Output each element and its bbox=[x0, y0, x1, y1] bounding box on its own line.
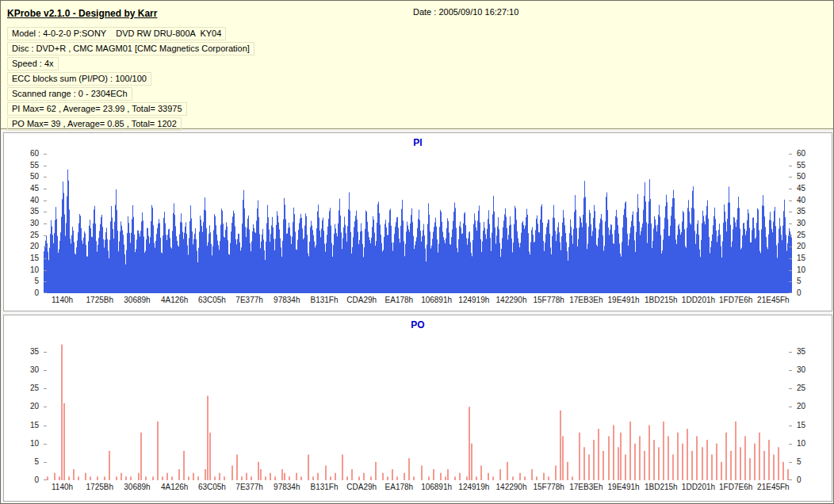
po-y-axis-label: 20 bbox=[17, 402, 39, 411]
pi-y-axis-label: 10 bbox=[17, 265, 39, 275]
po-y-axis-label: 20 bbox=[797, 402, 805, 411]
pi-y-axis-label: 45 bbox=[17, 184, 39, 193]
info-line-0: Model : 4-0-2-0 P:SONY DVD RW DRU-800A K… bbox=[7, 27, 226, 40]
pi-y-axis-label: 40 bbox=[17, 196, 39, 205]
pi-y-axis-label: 40 bbox=[797, 196, 805, 205]
po-y-axis-label: 10 bbox=[797, 439, 805, 449]
info-line-5: PI Max= 62 , Average= 23.99 , Total= 339… bbox=[7, 102, 187, 116]
pi-y-axis-label: 35 bbox=[797, 207, 805, 216]
pi-y-axis-label: 20 bbox=[797, 242, 805, 251]
po-y-axis-label: 35 bbox=[797, 347, 805, 357]
pi-y-axis-label: 15 bbox=[17, 254, 39, 263]
po-y-axis-label: 5 bbox=[797, 457, 801, 467]
po-y-axis-label: 5 bbox=[17, 457, 39, 467]
po-chart-canvas bbox=[44, 341, 792, 480]
info-line-1: Disc : DVD+R , CMC MAGM01 [CMC Magnetics… bbox=[7, 42, 254, 55]
po-chart-title: PO bbox=[4, 319, 832, 330]
pi-chart-canvas bbox=[44, 154, 792, 293]
pi-y-axis-label: 50 bbox=[797, 172, 805, 181]
pi-y-axis-label: 5 bbox=[797, 277, 801, 286]
po-y-axis-label: 25 bbox=[17, 384, 39, 393]
pi-y-axis-label: 25 bbox=[17, 231, 39, 240]
pi-x-axis-label: 21E45Fh bbox=[748, 296, 798, 305]
pi-y-axis-label: 55 bbox=[17, 161, 39, 170]
scan-info-header: KProbe v2.1.0 - Designed by Karr Date : … bbox=[1, 1, 833, 129]
pi-y-axis-label: 30 bbox=[797, 219, 805, 228]
pi-y-axis-label: 0 bbox=[17, 288, 39, 298]
pi-y-axis-label: 50 bbox=[17, 172, 39, 181]
pi-chart-panel: PI00551010151520202525303035354040454550… bbox=[3, 132, 832, 311]
info-line-6: PO Max= 39 , Average= 0.85 , Total= 1202 bbox=[7, 117, 182, 131]
pi-y-axis-label: 60 bbox=[17, 149, 39, 158]
po-y-axis-label: 15 bbox=[17, 421, 39, 430]
pi-y-axis-label: 10 bbox=[797, 265, 805, 275]
info-line-4: Scanned range : 0 - 2304ECh bbox=[7, 87, 132, 101]
po-y-axis-label: 30 bbox=[797, 365, 805, 375]
pi-y-axis-label: 25 bbox=[797, 231, 805, 240]
pi-plot-area bbox=[44, 154, 792, 293]
pi-y-axis-label: 20 bbox=[17, 242, 39, 251]
po-y-axis-label: 10 bbox=[17, 439, 39, 449]
po-x-axis-label: 21E45Fh bbox=[748, 483, 798, 492]
scan-date: Date : 2005/09/10 16:27:10 bbox=[413, 7, 518, 17]
pi-chart-title: PI bbox=[4, 137, 832, 148]
po-y-axis-label: 15 bbox=[797, 421, 805, 430]
info-line-3: ECC blocks sum (PI/PO) : 100/100 bbox=[7, 72, 151, 86]
pi-y-axis-label: 55 bbox=[797, 161, 805, 170]
po-y-axis-label: 30 bbox=[17, 365, 39, 375]
scan-info-lines: Model : 4-0-2-0 P:SONY DVD RW DRU-800A K… bbox=[7, 27, 827, 131]
pi-y-axis-label: 15 bbox=[797, 254, 805, 263]
po-y-axis-label: 35 bbox=[17, 347, 39, 357]
pi-y-axis-label: 5 bbox=[17, 277, 39, 286]
info-line-2: Speed : 4x bbox=[7, 57, 59, 71]
app-title: KProbe v2.1.0 - Designed by Karr bbox=[7, 8, 157, 19]
po-y-axis-label: 0 bbox=[17, 475, 39, 485]
kprobe-window: KProbe v2.1.0 - Designed by Karr Date : … bbox=[0, 0, 834, 504]
pi-y-axis-label: 35 bbox=[17, 207, 39, 216]
po-plot-area bbox=[44, 341, 792, 480]
pi-y-axis-label: 60 bbox=[797, 149, 805, 158]
pi-y-axis-label: 30 bbox=[17, 219, 39, 228]
pi-y-axis-label: 45 bbox=[797, 184, 805, 193]
po-y-axis-label: 25 bbox=[797, 384, 805, 393]
po-chart-panel: PO00551010151520202525303035351140h1725B… bbox=[3, 315, 832, 502]
